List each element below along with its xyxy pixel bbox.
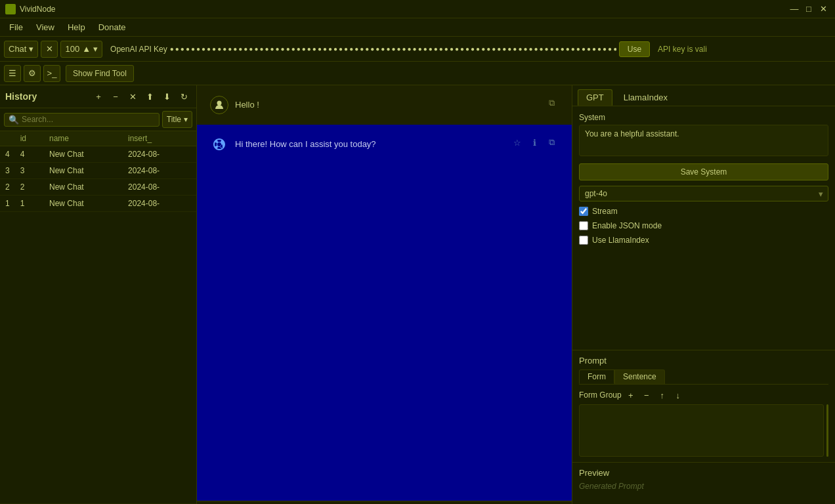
search-icon: 🔍 [9,115,19,125]
menu-view[interactable]: View [30,21,61,33]
history-table: id name insert_ 4 4 New Chat 2024-08- 3 … [0,131,196,503]
system-label: System [579,113,828,122]
user-message-text: Hello ! [235,96,538,112]
prompt-label: Prompt [579,356,828,366]
token-count: 100 [65,44,79,54]
menu-donate[interactable]: Donate [92,21,133,33]
sidebar-title: History [5,91,89,102]
refresh-history-button[interactable]: ↻ [177,89,191,104]
row-num: 2 [0,179,15,196]
chat-dropdown[interactable]: Chat ▾ [4,41,38,58]
openai-icon [210,135,228,154]
json-mode-checkbox[interactable] [579,221,588,230]
system-section: System [579,113,828,158]
llamaindex-checkbox[interactable] [579,236,588,245]
app-title: VividNode [20,5,788,14]
row-id: 3 [15,163,44,179]
api-key-value: ●●●●●●●●●●●●●●●●●●●●●●●●●●●●●●●●●●●●●●●●… [170,45,616,52]
close-button[interactable]: ✕ [817,3,830,16]
prompt-tab-sentence[interactable]: Sentence [614,369,665,384]
api-key-label: OpenAI API Key [110,45,167,54]
menu-help[interactable]: Help [61,21,92,33]
prompt-section: Prompt Form Sentence Form Group + − ↑ ↓ [572,350,835,462]
form-group-remove-button[interactable]: − [640,388,653,402]
form-group-row: Form Group + − ↑ ↓ [579,388,828,402]
search-box: 🔍 [4,113,160,127]
row-num: 3 [0,163,15,179]
col-name: name [44,131,123,146]
form-group-add-button[interactable]: + [624,388,637,402]
stream-checkbox[interactable] [579,207,588,216]
preview-text: Generated Prompt [579,482,828,501]
toolbar: Chat ▾ ✕ 100 ▲ ▾ OpenAI API Key ●●●●●●●●… [0,37,835,62]
maximize-button[interactable]: □ [802,3,815,16]
find-tool-button[interactable]: Show Find Tool [66,65,134,82]
right-panel: GPT LlamaIndex System Save System gpt-4o… [572,85,835,504]
close-tab-button[interactable]: ✕ [41,41,58,58]
row-num: 1 [0,196,15,212]
row-date: 2024-08- [123,196,196,212]
user-message: Hello ! ⧉ [197,85,572,125]
model-select-wrapper: gpt-4o gpt-3.5-turbo gpt-4 ▾ [579,186,828,201]
icon-toolbar: ☰ ⚙ >_ Show Find Tool [0,62,835,85]
stream-checkbox-row: Stream [579,207,828,216]
preview-label: Preview [579,468,828,478]
row-num: 4 [0,146,15,163]
token-dropdown[interactable]: 100 ▲ ▾ [60,41,102,58]
model-select[interactable]: gpt-4o gpt-3.5-turbo gpt-4 [579,186,828,201]
info-message-button[interactable]: ℹ [527,135,542,150]
search-input[interactable] [22,115,155,124]
menu-bar: File View Help Donate [0,18,835,37]
row-name: New Chat [44,179,123,196]
sort-arrow-icon: ▾ [184,115,188,124]
form-group-export-button[interactable]: ↓ [672,388,685,402]
row-id: 2 [15,179,44,196]
settings-icon-button[interactable]: ⚙ [24,65,41,82]
llamaindex-checkbox-row: Use LlamaIndex [579,236,828,245]
table-row[interactable]: 1 1 New Chat 2024-08- [0,196,196,212]
stream-label: Stream [592,207,618,216]
copy-ai-message-button[interactable]: ⧉ [544,135,559,150]
ai-message-actions: ☆ ℹ ⧉ [510,135,559,150]
close-history-button[interactable]: ✕ [125,89,140,104]
row-date: 2024-08- [123,179,196,196]
token-down-icon: ▾ [93,44,98,54]
list-icon-button[interactable]: ☰ [4,65,21,82]
title-sort-label: Title [167,115,181,124]
row-id: 4 [15,146,44,163]
user-message-actions: ⧉ [544,96,559,110]
use-api-key-button[interactable]: Use [619,41,650,57]
app-icon [5,4,16,14]
add-history-button[interactable]: + [91,89,106,104]
import-history-button[interactable]: ⬆ [142,89,157,104]
row-date: 2024-08- [123,146,196,163]
preview-section: Preview Generated Prompt Copy [572,462,835,504]
form-group-label: Form Group [579,390,622,400]
remove-history-button[interactable]: − [108,89,123,104]
form-group-divider [826,404,828,457]
table-row[interactable]: 2 2 New Chat 2024-08- [0,179,196,196]
title-bar: VividNode — □ ✕ [0,0,835,18]
col-date: insert_ [123,131,196,146]
prompt-tab-form[interactable]: Form [579,369,614,384]
table-row[interactable]: 3 3 New Chat 2024-08- [0,163,196,179]
tab-llamaindex[interactable]: LlamaIndex [615,89,676,106]
favorite-message-button[interactable]: ☆ [510,135,525,150]
form-group-import-button[interactable]: ↑ [656,388,669,402]
ai-message-header: Hi there! How can I assist you today? ☆ … [210,135,559,154]
menu-file[interactable]: File [3,21,30,33]
tab-gpt[interactable]: GPT [578,89,612,106]
json-mode-checkbox-row: Enable JSON mode [579,221,828,230]
minimize-button[interactable]: — [788,3,801,16]
terminal-icon-button[interactable]: >_ [43,65,60,82]
table-row[interactable]: 4 4 New Chat 2024-08- [0,146,196,163]
col-rownum [0,131,15,146]
ai-message: Hi there! How can I assist you today? ☆ … [197,125,572,501]
col-id: id [15,131,44,146]
copy-message-button[interactable]: ⧉ [544,96,559,110]
export-history-button[interactable]: ⬇ [160,89,174,104]
title-sort-dropdown[interactable]: Title ▾ [162,111,192,128]
system-prompt-input[interactable] [579,125,828,156]
title-bar-controls: — □ ✕ [788,3,830,16]
save-system-button[interactable]: Save System [579,163,828,180]
